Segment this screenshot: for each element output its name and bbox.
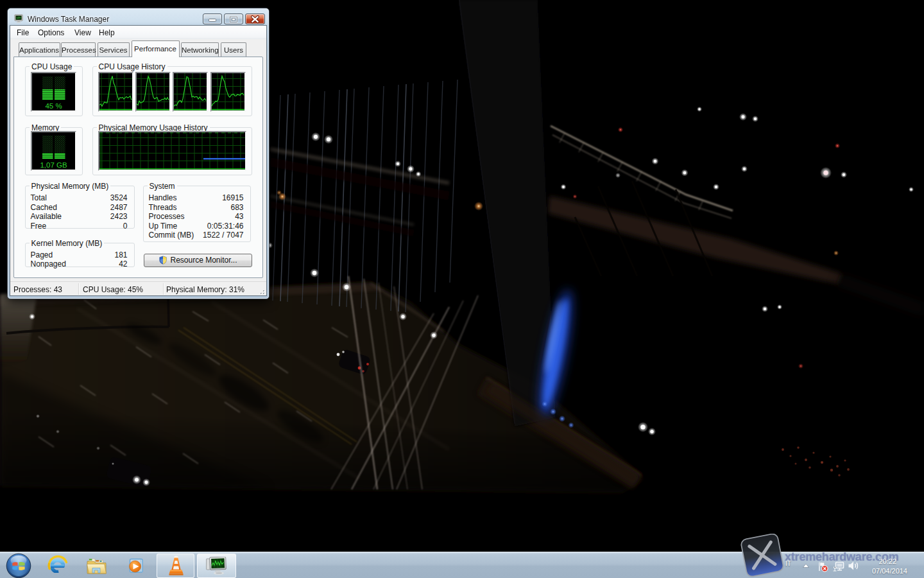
svg-text:1,07 GB: 1,07 GB xyxy=(40,161,67,168)
svg-text:45 %: 45 % xyxy=(45,102,62,110)
